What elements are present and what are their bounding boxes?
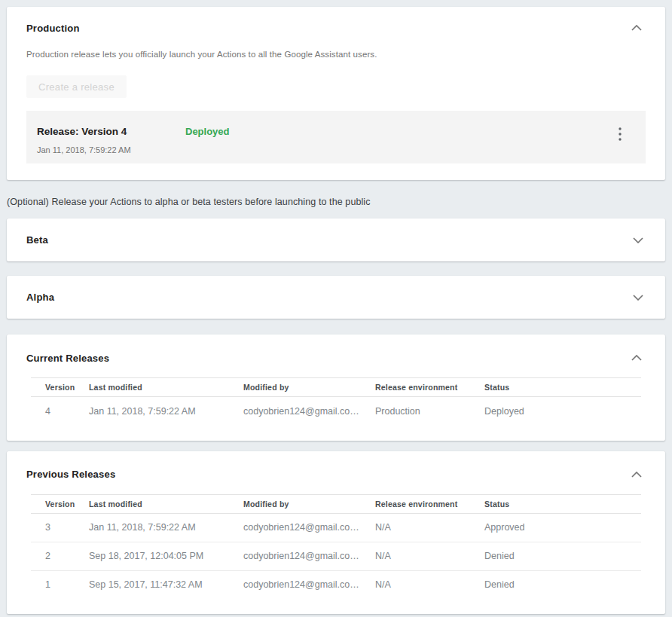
- table-row: 4 Jan 11, 2018, 7:59:22 AM codyobrien124…: [31, 397, 641, 426]
- table-header-row: Version Last modified Modified by Releas…: [31, 378, 641, 397]
- current-releases-header[interactable]: Current Releases: [26, 351, 646, 365]
- cell-status: Approved: [484, 513, 641, 542]
- column-header-modified-by: Modified by: [243, 494, 375, 513]
- cell-modified-by: codyobrien124@gmail.co…: [243, 513, 375, 542]
- alpha-title: Alpha: [26, 292, 54, 303]
- cell-version: 3: [31, 513, 89, 542]
- chevron-up-icon: [631, 472, 642, 478]
- cell-last-modified: Sep 15, 2017, 11:47:32 AM: [89, 570, 243, 599]
- cell-modified-by: codyobrien124@gmail.co…: [243, 542, 375, 570]
- cell-modified-by: codyobrien124@gmail.co…: [243, 570, 375, 599]
- table-row: 1 Sep 15, 2017, 11:47:32 AM codyobrien12…: [31, 570, 641, 599]
- cell-status: Deployed: [484, 397, 641, 426]
- release-row: Release: Version 4 Deployed Jan 11, 2018…: [26, 111, 646, 163]
- chevron-up-icon: [631, 355, 642, 361]
- cell-version: 4: [31, 397, 89, 426]
- alpha-panel[interactable]: Alpha: [7, 276, 665, 319]
- table-row: 2 Sep 18, 2017, 12:04:05 PM codyobrien12…: [31, 542, 641, 570]
- cell-version: 1: [31, 570, 89, 599]
- release-date: Jan 11, 2018, 7:59:22 AM: [37, 145, 628, 154]
- column-header-version: Version: [31, 494, 89, 513]
- create-release-button[interactable]: Create a release: [26, 75, 127, 98]
- expand-beta-button[interactable]: [629, 234, 647, 247]
- cell-release-environment: N/A: [375, 513, 484, 542]
- cell-release-environment: N/A: [375, 542, 484, 570]
- current-releases-table: Version Last modified Modified by Releas…: [31, 377, 641, 426]
- cell-last-modified: Sep 18, 2017, 12:04:05 PM: [89, 542, 243, 570]
- beta-title: Beta: [26, 234, 48, 246]
- column-header-release-environment: Release environment: [375, 494, 484, 513]
- column-header-version: Version: [31, 378, 89, 397]
- chevron-down-icon: [633, 295, 643, 301]
- chevron-up-icon: [631, 25, 642, 31]
- collapse-production-button[interactable]: [628, 21, 646, 35]
- current-releases-title: Current Releases: [26, 353, 109, 364]
- production-panel-header[interactable]: Production: [26, 21, 646, 35]
- cell-version: 2: [31, 542, 89, 570]
- optional-note: (Optional) Release your Actions to alpha…: [7, 197, 665, 207]
- previous-releases-title: Previous Releases: [26, 469, 115, 480]
- column-header-modified-by: Modified by: [243, 378, 375, 397]
- previous-releases-table: Version Last modified Modified by Releas…: [31, 494, 641, 600]
- cell-last-modified: Jan 11, 2018, 7:59:22 AM: [89, 397, 243, 426]
- cell-last-modified: Jan 11, 2018, 7:59:22 AM: [89, 513, 243, 542]
- cell-modified-by: codyobrien124@gmail.co…: [243, 397, 375, 426]
- release-menu-button[interactable]: [612, 126, 628, 142]
- column-header-last-modified: Last modified: [89, 378, 243, 397]
- production-description: Production release lets you officially l…: [26, 50, 646, 59]
- chevron-down-icon: [633, 237, 643, 243]
- column-header-release-environment: Release environment: [375, 378, 484, 397]
- cell-status: Denied: [484, 542, 641, 570]
- production-title: Production: [26, 23, 80, 34]
- collapse-current-releases-button[interactable]: [628, 351, 646, 365]
- beta-panel[interactable]: Beta: [7, 218, 665, 261]
- collapse-previous-releases-button[interactable]: [628, 468, 646, 481]
- expand-alpha-button[interactable]: [629, 291, 647, 304]
- kebab-menu-icon: [619, 127, 622, 141]
- column-header-last-modified: Last modified: [89, 494, 243, 513]
- release-line: Release: Version 4 Deployed: [37, 126, 628, 137]
- releases-page: Production Production release lets you o…: [0, 0, 672, 617]
- previous-releases-panel: Previous Releases Version Last modified …: [7, 451, 665, 615]
- release-title: Release: Version 4: [37, 126, 185, 137]
- cell-status: Denied: [484, 570, 641, 599]
- cell-release-environment: Production: [375, 397, 484, 426]
- production-panel: Production Production release lets you o…: [7, 7, 665, 180]
- release-status-badge: Deployed: [185, 126, 230, 137]
- table-row: 3 Jan 11, 2018, 7:59:22 AM codyobrien124…: [31, 513, 641, 542]
- current-releases-panel: Current Releases Version Last modified M…: [7, 334, 665, 441]
- column-header-status: Status: [484, 378, 641, 397]
- cell-release-environment: N/A: [375, 570, 484, 599]
- column-header-status: Status: [484, 494, 641, 513]
- previous-releases-header[interactable]: Previous Releases: [26, 468, 646, 481]
- table-header-row: Version Last modified Modified by Releas…: [31, 494, 641, 513]
